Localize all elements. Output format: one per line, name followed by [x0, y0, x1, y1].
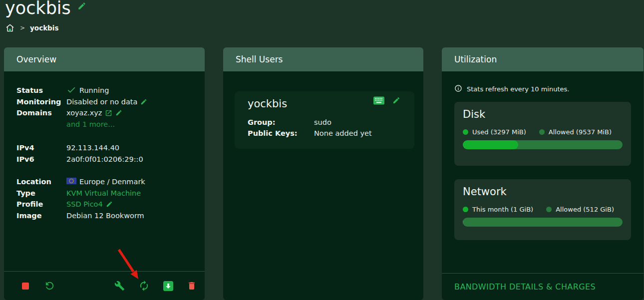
used-dot-icon — [463, 207, 468, 212]
network-usage-fill — [463, 218, 463, 227]
user-group-row: Group: sudo — [248, 118, 372, 126]
restart-icon[interactable] — [44, 280, 55, 292]
eu-flag-icon — [66, 178, 76, 186]
domains-label: Domains — [16, 109, 66, 117]
ipv6-row: IPv6 2a0f:0f01:0206:29::0 — [16, 154, 205, 165]
status-row: Status Running — [16, 85, 205, 96]
stats-note-text: Stats refresh every 10 minutes. — [467, 85, 569, 93]
network-allowed-legend: Allowed (512 GiB) — [546, 206, 614, 213]
trash-icon[interactable] — [187, 281, 197, 291]
shell-user-name: yockbis — [248, 98, 287, 110]
location-value: Europe / Denmark — [79, 178, 145, 186]
profile-value-link[interactable]: SSD Pico4 — [66, 200, 103, 208]
wrench-icon[interactable] — [114, 281, 125, 291]
disk-used-legend: Used (3297 MiB) — [463, 128, 526, 136]
allowed-dot-icon — [539, 129, 545, 135]
info-icon — [454, 84, 462, 94]
reinstall-sync-icon[interactable] — [138, 280, 150, 292]
allowed-dot-icon — [546, 207, 552, 212]
breadcrumb-current: yockbis — [30, 24, 58, 32]
shell-users-card: Shell Users yockbis Group: sudo Public K… — [223, 47, 423, 300]
utilization-card: Utilization Stats refresh every 10 minut… — [442, 47, 644, 300]
location-row: Location Europe / Denmark — [16, 176, 205, 188]
shell-users-card-header: Shell Users — [223, 47, 423, 71]
used-dot-icon — [463, 129, 468, 135]
edit-domains-pencil-icon[interactable] — [115, 109, 122, 116]
edit-profile-pencil-icon[interactable] — [106, 201, 113, 208]
network-panel: Network This month (1 GiB) Allowed (512 … — [454, 179, 631, 240]
network-usage-bar — [463, 218, 623, 227]
edit-user-pencil-icon[interactable] — [392, 96, 400, 104]
disk-usage-bar — [463, 140, 623, 149]
disk-usage-fill — [463, 140, 518, 149]
ipv4-label: IPv4 — [16, 144, 66, 152]
group-value: sudo — [314, 118, 331, 126]
home-icon[interactable] — [5, 23, 15, 33]
overview-card-header: Overview — [4, 47, 205, 71]
image-label: Image — [16, 212, 66, 220]
network-panel-title: Network — [463, 186, 623, 198]
install-archive-icon[interactable] — [163, 281, 173, 291]
domains-value: xoyaz.xyz — [66, 109, 102, 117]
domains-row: Domains xoyaz.xyz — [16, 107, 205, 119]
ipv6-label: IPv6 — [16, 155, 66, 163]
group-label: Group: — [248, 118, 314, 126]
disk-panel: Disk Used (3297 MiB) Allowed (9537 MiB) — [454, 102, 631, 166]
more-domains-link[interactable]: and 1 more... — [66, 120, 115, 128]
page-header: yockbis — [5, 0, 86, 19]
user-keys-row: Public Keys: None added yet — [248, 129, 372, 137]
status-label: Status — [16, 86, 66, 94]
type-label: Type — [16, 189, 66, 197]
edit-monitoring-pencil-icon[interactable] — [140, 98, 147, 105]
ipv4-row: IPv4 92.113.144.40 — [16, 142, 205, 154]
page-title: yockbis — [5, 0, 71, 19]
disk-allowed-legend: Allowed (9537 MiB) — [539, 128, 612, 136]
overview-actions-toolbar — [4, 271, 205, 300]
keyboard-icon[interactable] — [373, 96, 384, 105]
profile-row: Profile SSD Pico4 — [16, 199, 205, 210]
monitoring-label: Monitoring — [16, 98, 66, 106]
bandwidth-details-link[interactable]: BANDWIDTH DETAILS & CHARGES — [454, 282, 596, 292]
location-label: Location — [16, 178, 66, 186]
monitoring-value: Disabled or no data — [66, 98, 137, 106]
open-domain-external-link-icon[interactable] — [105, 109, 112, 117]
overview-card: Overview Status Running Monitoring Disab… — [4, 47, 205, 300]
utilization-card-header: Utilization — [442, 47, 644, 71]
profile-label: Profile — [16, 200, 66, 208]
status-value: Running — [79, 86, 109, 94]
public-keys-label: Public Keys: — [248, 129, 314, 137]
stop-icon[interactable] — [22, 283, 29, 290]
type-value-link[interactable]: KVM Virtual Machine — [66, 189, 141, 197]
stats-note: Stats refresh every 10 minutes. — [454, 84, 631, 94]
disk-panel-title: Disk — [463, 108, 623, 120]
shell-user-item: yockbis Group: sudo Public Keys: None ad… — [235, 91, 414, 149]
network-used-legend: This month (1 GiB) — [463, 206, 533, 213]
utilization-footer: BANDWIDTH DETAILS & CHARGES — [442, 273, 644, 300]
ipv6-value: 2a0f:0f01:0206:29::0 — [66, 155, 143, 163]
breadcrumb-separator: > — [20, 24, 25, 31]
image-row: Image Debian 12 Bookworm — [16, 210, 205, 222]
ipv4-value: 92.113.144.40 — [66, 144, 119, 152]
public-keys-value: None added yet — [314, 129, 372, 137]
breadcrumb: > yockbis — [5, 23, 58, 33]
more-domains-row: and 1 more... — [16, 119, 205, 130]
image-value: Debian 12 Bookworm — [66, 212, 144, 220]
edit-title-pencil-icon[interactable] — [77, 1, 86, 10]
monitoring-row: Monitoring Disabled or no data — [16, 96, 205, 108]
check-icon — [66, 85, 76, 96]
type-row: Type KVM Virtual Machine — [16, 188, 205, 199]
